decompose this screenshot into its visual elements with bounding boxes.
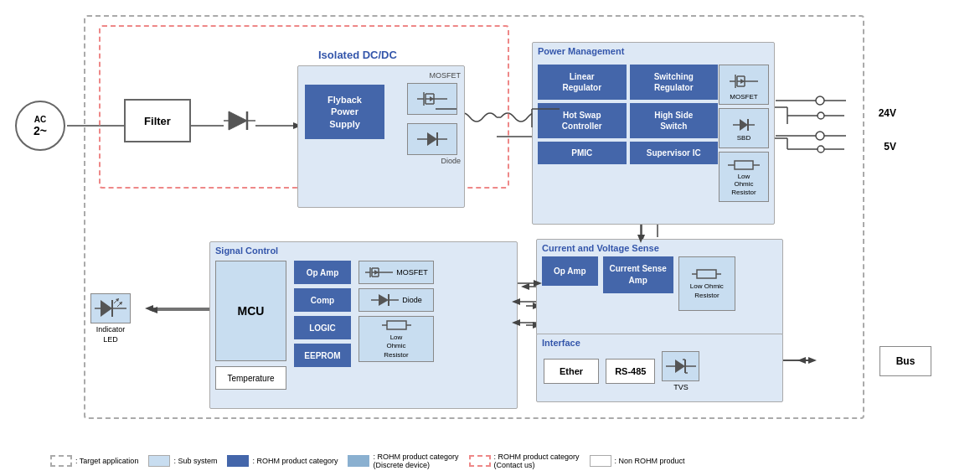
pm-mosfet-discrete: MOSFET	[719, 65, 769, 105]
bus-block: Bus	[879, 346, 931, 376]
temp-block: Temperature	[215, 366, 286, 390]
filter-label: Filter	[144, 115, 171, 127]
cv-opamp: Op Amp	[542, 256, 598, 286]
legend-contact-us: : ROHM product category(Contact us)	[469, 453, 580, 469]
legend-rohm-label: : ROHM product category	[252, 457, 338, 465]
ac-label: AC	[34, 115, 46, 124]
output-24v: 24V	[879, 107, 896, 119]
flyback-block: FlybackPowerSupply	[305, 85, 384, 139]
temp-label: Temperature	[227, 374, 274, 383]
diode-symbol	[224, 105, 255, 137]
pm-linear-regulator: LinearRegulator	[538, 65, 627, 100]
sc-comp: Comp	[294, 288, 351, 312]
output-5v-label: 5V	[884, 141, 896, 153]
legend-subsystem: : Sub system	[148, 455, 217, 467]
cv-sense-title: Current and Voltage Sense	[537, 240, 782, 256]
output-5v: 5V	[884, 141, 896, 153]
svg-marker-33	[229, 111, 247, 130]
legend-non-rohm-label: : Non ROHM product	[615, 457, 685, 465]
power-mgmt-title: Power Management	[533, 43, 774, 60]
mosfet-discrete	[407, 83, 457, 115]
svg-marker-60	[740, 119, 748, 131]
sc-opamp: Op Amp	[294, 261, 351, 284]
legend-non-rohm: : Non ROHM product	[590, 455, 685, 467]
cv-current-sense: Current SenseAmp	[603, 256, 673, 293]
indicator-led: IndicatorLED	[90, 293, 131, 344]
legend-contact-label: : ROHM product category(Contact us)	[494, 453, 580, 469]
pm-sbd-label: SBD	[737, 134, 750, 142]
main-container: AC 2~ Filter Isolated DC/DC FlybackPower…	[0, 0, 980, 476]
filter-block: Filter	[124, 99, 191, 142]
legend-target-app: : Target application	[50, 455, 138, 467]
iface-tvs-container: TVS	[662, 351, 699, 391]
legend-discrete-label: : ROHM product category(Discrete device)	[373, 453, 458, 469]
pm-sbd-discrete: SBD	[719, 108, 769, 148]
iface-ether: Ether	[544, 359, 599, 384]
mcu-label: MCU	[238, 304, 265, 318]
svg-rect-64	[735, 161, 753, 169]
legend-non-rohm-icon	[590, 455, 611, 467]
sc-logic: LOGIC	[294, 316, 351, 339]
sc-mosfet-label: MOSFET	[396, 268, 428, 277]
led-label: IndicatorLED	[96, 325, 126, 344]
legend-target-label: : Target application	[75, 457, 138, 465]
cv-resistor-label: Low Ohmic Resistor	[679, 282, 735, 300]
legend-target-icon	[50, 455, 72, 467]
mcu-block: MCU	[215, 261, 286, 361]
power-mgmt-block: Power Management LinearRegulator Switchi…	[532, 42, 775, 225]
svg-marker-86	[675, 360, 685, 373]
output-24v-label: 24V	[879, 107, 896, 119]
sc-eeprom: EEPROM	[294, 344, 351, 367]
legend-subsystem-label: : Sub system	[173, 457, 217, 465]
pm-switching-regulator: SwitchingRegulator	[630, 65, 719, 100]
cv-sense-block: Current and Voltage Sense Op Amp Current…	[536, 239, 783, 335]
interface-title: Interface	[537, 334, 782, 351]
pm-hot-swap: Hot SwapController	[538, 103, 627, 138]
iface-rs485: RS-485	[606, 359, 655, 384]
sc-resistor-label: LowOhmicResistor	[384, 334, 408, 360]
sc-diode-label: Diode	[402, 296, 422, 304]
ac-tilde: 2~	[34, 124, 47, 137]
svg-rect-83	[697, 270, 716, 278]
cv-resistor-discrete: Low Ohmic Resistor	[678, 256, 735, 311]
pm-supervisor-ic: Supervisor IC	[630, 142, 719, 164]
mosfet-label: MOSFET	[430, 71, 462, 80]
flyback-label: FlybackPowerSupply	[328, 94, 362, 130]
iface-tvs-label: TVS	[673, 383, 689, 391]
pm-high-side-switch: High SideSwitch	[630, 103, 719, 138]
legend-rohm-discrete: : ROHM product category(Discrete device)	[348, 453, 458, 469]
sc-mosfet-discrete: MOSFET	[358, 261, 434, 284]
pm-pmic: PMIC	[538, 142, 627, 164]
sc-resistor-discrete: LowOhmicResistor	[358, 316, 434, 362]
bus-label: Bus	[896, 355, 916, 367]
legend-rohm-icon	[227, 455, 249, 467]
flyback-diode-box	[407, 123, 457, 155]
pm-resistor-label: LowOhmicResistor	[731, 173, 756, 197]
isolated-dc-dc-title: Isolated DC/DC	[318, 49, 397, 61]
legend: : Target application : Sub system : ROHM…	[50, 453, 973, 469]
flyback-section: FlybackPowerSupply MOSFET	[297, 65, 465, 208]
pm-mosfet-label: MOSFET	[730, 93, 757, 101]
signal-ctrl-block: Signal Control MCU Temperature Op Amp Co…	[209, 241, 518, 409]
svg-marker-47	[427, 132, 437, 146]
legend-subsystem-icon	[148, 455, 170, 467]
svg-marker-76	[379, 294, 389, 306]
legend-discrete-icon	[348, 455, 369, 467]
svg-rect-80	[387, 321, 406, 329]
iface-tvs-discrete	[662, 351, 699, 381]
legend-contact-icon	[469, 455, 491, 467]
signal-ctrl-title: Signal Control	[210, 242, 517, 259]
ac-source: AC 2~	[15, 101, 65, 151]
pm-resistor-discrete: LowOhmicResistor	[719, 152, 769, 202]
sc-diode-discrete: Diode	[358, 288, 434, 312]
legend-rohm-product: : ROHM product category	[227, 455, 338, 467]
led-symbol	[90, 293, 131, 323]
svg-marker-91	[101, 300, 112, 317]
diode-label: Diode	[441, 157, 461, 165]
interface-block: Interface Ether RS-485	[536, 334, 783, 402]
